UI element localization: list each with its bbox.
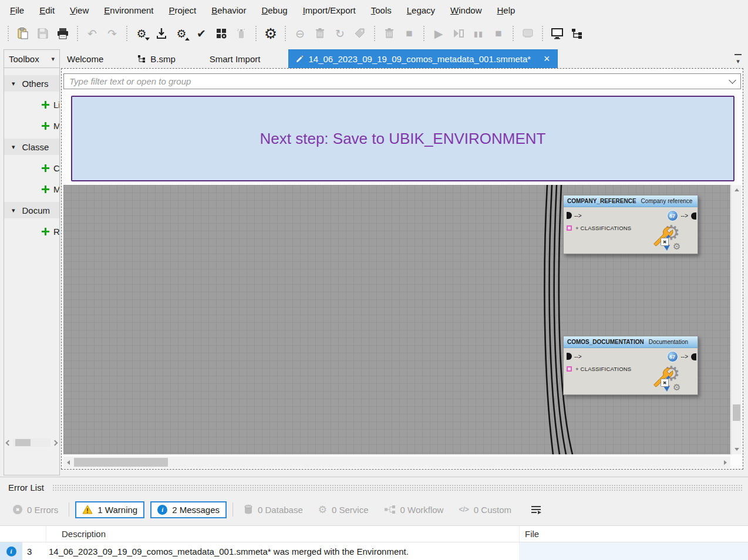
scroll-left-icon[interactable] <box>6 440 12 446</box>
scroll-track[interactable] <box>13 438 50 447</box>
tab-label: B.smp <box>150 54 176 64</box>
generate-classes-icon[interactable] <box>213 25 230 42</box>
filter-service[interactable]: ⚙ 0 Service <box>314 501 373 519</box>
toolbox-item[interactable]: M <box>4 181 59 197</box>
error-table-row[interactable]: i 3 14_06_2023_09_19_09_comos_metadata_0… <box>0 542 748 560</box>
menu-item-environment[interactable]: Environment <box>96 1 161 20</box>
play-icon[interactable]: ▶ <box>430 25 447 42</box>
refresh-icon[interactable]: ↻ <box>331 25 349 42</box>
filter-warnings[interactable]: ! 1 Warning <box>75 501 144 518</box>
filter-errors[interactable]: ✖ 0 Errors <box>8 502 63 518</box>
scroll-right-icon[interactable] <box>52 440 58 446</box>
trash-icon[interactable] <box>311 25 329 42</box>
filter-database[interactable]: 0 Database <box>239 501 308 518</box>
toolbox-item[interactable]: Li <box>4 96 59 113</box>
tab-bsmp[interactable]: B.smp <box>132 49 181 68</box>
menu-item-import-export[interactable]: Import/Export <box>295 1 363 20</box>
tag-icon[interactable] <box>351 25 369 42</box>
redo-icon[interactable]: ↷ <box>103 25 121 42</box>
menu-item-file[interactable]: File <box>2 1 32 20</box>
print-icon[interactable] <box>54 25 72 42</box>
filter-custom[interactable]: </> 0 Custom <box>454 502 516 518</box>
play-to-frame-icon[interactable] <box>450 25 467 42</box>
scroll-thumb[interactable] <box>74 458 168 467</box>
toolbox-item[interactable]: Cl <box>4 160 59 176</box>
stop-square-icon[interactable]: ■ <box>400 25 418 42</box>
filter-input[interactable] <box>69 76 726 86</box>
input-port-icon[interactable] <box>691 212 696 220</box>
toolbox-section-classes[interactable]: ▾ Classe <box>4 139 59 155</box>
menu-item-window[interactable]: Window <box>443 1 489 20</box>
hierarchy-icon[interactable] <box>568 25 586 42</box>
toolbox-item[interactable]: M <box>4 117 59 134</box>
menu-item-project[interactable]: Project <box>161 1 204 20</box>
spray-icon[interactable] <box>233 25 250 42</box>
grid-gear-glyph <box>215 28 227 39</box>
message-list-button[interactable] <box>530 505 542 514</box>
paste-icon[interactable] <box>14 25 32 42</box>
column-label: File <box>525 529 539 539</box>
scroll-right-icon[interactable] <box>720 457 730 468</box>
error-table-header: Description File <box>0 526 748 542</box>
tab-metadata-file[interactable]: 14_06_2023_09_19_09_comos_metadata_001.s… <box>288 49 557 68</box>
stop-debug-icon[interactable]: ■ <box>490 25 507 42</box>
settings-gear-icon[interactable]: ⚙ <box>262 25 279 42</box>
classification-port-icon[interactable] <box>567 366 572 372</box>
output-port-icon[interactable] <box>567 353 572 360</box>
tab-list-dropdown[interactable]: ▾ <box>733 53 743 66</box>
tab-smart-import[interactable]: Smart Import <box>204 49 267 68</box>
plus-icon <box>42 101 49 109</box>
debug-visualizer-icon[interactable] <box>519 25 537 42</box>
chevron-down-icon[interactable] <box>729 76 736 84</box>
menu-item-view[interactable]: View <box>62 1 96 20</box>
remove-circle-icon[interactable]: ⊖ <box>291 25 309 42</box>
pause-icon[interactable]: ▮▮ <box>470 25 487 42</box>
output-port-icon[interactable] <box>567 212 572 219</box>
menu-item-edit[interactable]: Edit <box>32 1 62 20</box>
menu-item-tools[interactable]: Tools <box>363 1 399 20</box>
metadata-import-icon[interactable]: ⚙ <box>133 25 150 42</box>
item-label: M <box>53 184 60 194</box>
file-import-icon[interactable] <box>153 25 170 42</box>
scroll-down-icon[interactable] <box>732 444 742 454</box>
row-description-cell: 14_06_2023_09_19_09_comos_metadata_001.s… <box>46 542 519 560</box>
metadata-export-icon[interactable]: ⚙ <box>173 25 190 42</box>
tab-welcome[interactable]: Welcome <box>61 49 109 68</box>
delete-all-icon[interactable] <box>380 25 398 42</box>
toolbox-section-others[interactable]: ▾ Others <box>4 75 59 92</box>
menu-item-help[interactable]: Help <box>489 1 523 20</box>
input-port-icon[interactable] <box>691 353 696 360</box>
toolbox-item[interactable]: Re <box>4 223 59 239</box>
play-frame-glyph <box>453 29 464 38</box>
menu-item-debug[interactable]: Debug <box>254 1 295 20</box>
classification-port-icon[interactable] <box>567 225 572 231</box>
monitor-icon[interactable] <box>548 25 566 42</box>
column-description[interactable]: Description <box>46 526 519 542</box>
toolbox-header[interactable]: Toolbox ▾ <box>4 50 59 68</box>
menu-item-legacy[interactable]: Legacy <box>399 1 443 20</box>
close-icon[interactable]: × <box>544 53 550 64</box>
toolbox-section-documents[interactable]: ▾ Docum <box>4 202 59 218</box>
node-comos-documentation[interactable]: COMOS_DOCUMENTATION Documentation ⚙ ⚙ ✖ <box>563 336 698 395</box>
column-file[interactable]: File <box>519 526 748 542</box>
validate-icon[interactable]: ✔ <box>193 25 210 42</box>
column-line[interactable] <box>22 526 46 542</box>
tab-label: Welcome <box>67 54 103 64</box>
filter-workflow[interactable]: 0 Workflow <box>379 502 449 518</box>
scroll-thumb[interactable] <box>15 439 31 446</box>
column-icon[interactable] <box>0 526 22 542</box>
scroll-thumb[interactable] <box>733 404 740 421</box>
separator <box>233 502 233 517</box>
undo-icon[interactable]: ↶ <box>83 25 101 42</box>
filter-messages[interactable]: i 2 Messages <box>150 501 227 518</box>
save-icon[interactable] <box>34 25 52 42</box>
diagram-canvas[interactable]: COMPANY_REFERENCE Company reference ⚙ ⚙ … <box>63 185 730 454</box>
scroll-left-icon[interactable] <box>63 457 73 468</box>
node-company-reference[interactable]: COMPANY_REFERENCE Company reference ⚙ ⚙ … <box>563 195 698 254</box>
scroll-up-icon[interactable] <box>732 185 742 195</box>
port-label: --> <box>574 353 582 360</box>
toolbar-grip <box>255 26 257 41</box>
plus-icon <box>42 228 49 235</box>
toolbar-grip <box>542 26 543 41</box>
menu-item-behavior[interactable]: Behavior <box>204 1 254 20</box>
